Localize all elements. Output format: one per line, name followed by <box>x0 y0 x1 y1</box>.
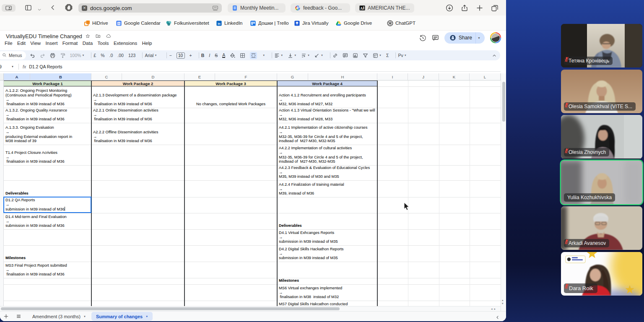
vertical-scroll-arrows[interactable]: ▴▾ <box>502 299 504 305</box>
insert-chart-button[interactable] <box>353 53 358 58</box>
cell[interactable]: A2.2.1 Online Dissemination activities→ … <box>92 108 184 123</box>
column-header-H[interactable]: H <box>308 73 377 80</box>
column-header-B[interactable]: B <box>30 73 91 80</box>
bookmark-jira[interactable]: Jira Virtually <box>294 16 328 31</box>
menu-tools[interactable]: Tools <box>98 41 109 47</box>
column-header-L[interactable]: L <box>470 73 501 80</box>
vertical-scrollbar-thumb[interactable] <box>502 82 505 122</box>
bold-button[interactable]: B <box>201 53 205 58</box>
cell[interactable]: D1.2 QA Reports→submission in M39 instea… <box>4 197 91 213</box>
menu-file[interactable]: File <box>5 41 13 47</box>
bookmark-chatgpt[interactable]: ChatGPT <box>387 16 415 31</box>
increase-font-button[interactable]: + <box>190 53 192 58</box>
bookmark-folk[interactable]: Folkuniversitetet <box>166 16 209 31</box>
font-size-input[interactable]: 10 <box>177 52 185 59</box>
decrease-font-button[interactable]: − <box>169 53 171 58</box>
percent-button[interactable]: % <box>101 53 104 58</box>
participant-tile-5[interactable]: Arkadi Avanesov <box>561 206 642 250</box>
cell[interactable]: A.1.2.2: Ongoing Project Monitoring(Cont… <box>4 87 91 108</box>
cell[interactable]: D1.4 Mid-term and Final Evaluation→submi… <box>4 213 91 229</box>
column-header-F[interactable]: F <box>215 73 277 80</box>
participant-tile-2[interactable]: Olesia Samokhval (VITE S... <box>561 70 642 113</box>
doc-title[interactable]: VirtuallyEDU Timeline Changed <box>6 33 82 39</box>
address-bar[interactable]: ✕docs.google.com <box>78 3 222 13</box>
bookmark-drive[interactable]: Google Drive <box>335 16 372 31</box>
strikethrough-button[interactable]: S <box>215 53 218 58</box>
functions-button[interactable]: Σ <box>386 53 389 58</box>
cell[interactable]: Milestones <box>278 278 377 284</box>
back-button[interactable] <box>50 5 56 12</box>
cell[interactable]: A.1.3.2. Ongoing Quality Assurance→ fina… <box>4 108 91 123</box>
paint-format-button[interactable] <box>60 53 65 58</box>
column-header-D[interactable]: D <box>122 73 184 80</box>
name-box[interactable]: A29▼ <box>0 62 18 71</box>
vertical-scrollbar[interactable]: ▴▾ <box>501 73 506 311</box>
text-rotate-button[interactable]: ▼ <box>314 53 323 58</box>
insert-link-button[interactable] <box>332 53 338 58</box>
cell[interactable]: Deliverables <box>278 213 377 229</box>
cell[interactable]: T1.4 Project Closure Acrivities→ finalis… <box>4 145 91 165</box>
cell[interactable]: A4.2.2 Implementation of cultural activi… <box>278 145 377 165</box>
new-tab-button[interactable] <box>476 4 483 12</box>
zoom-select[interactable]: 100%▼ <box>70 53 85 58</box>
cell[interactable]: MS6 Virtual exchanges implemented→ final… <box>278 285 377 301</box>
text-color-button[interactable]: A <box>222 53 225 58</box>
sheet-tab-summary-active[interactable]: Summary of changes▼ <box>91 312 153 321</box>
column-header-G[interactable]: G <box>277 73 308 80</box>
cell[interactable]: Action 4.1.2 Recruitment and enrolling p… <box>278 87 377 108</box>
participant-tile-1[interactable]: Тетяна Кронівець <box>561 24 642 68</box>
cell[interactable]: A4.2.4 Finalization of training material… <box>278 181 377 197</box>
formula-bar-value[interactable]: D1.2 QA Reports <box>29 64 62 69</box>
filter-views-button[interactable]: ▼ <box>373 53 382 58</box>
work-package-header-3[interactable]: Work Package 3 <box>184 80 277 86</box>
browser-tab-3[interactable]: AAMERICAN THE... <box>355 3 414 13</box>
horizontal-scrollbar[interactable]: ◂▸ <box>0 306 501 311</box>
work-package-header-4[interactable]: Work Package 4 <box>277 80 377 86</box>
cell[interactable]: MS3 Final Project Report submitted→ fina… <box>4 262 91 278</box>
merge-cells-button[interactable] <box>250 52 257 59</box>
show-side-panel-button[interactable] <box>495 314 500 321</box>
work-package-header-1[interactable]: Work Package 1 <box>4 80 91 86</box>
browser-tab-2[interactable]: feedback - Goo... <box>291 3 350 13</box>
cell[interactable]: D4.2 Digital Skills Hackathon Reports→su… <box>278 246 377 262</box>
print-button[interactable] <box>50 53 55 58</box>
sheet-tab-amendment[interactable]: Amendment (3 months)▼ <box>32 314 86 319</box>
add-sheet-button[interactable] <box>3 314 9 319</box>
cell[interactable]: Action 4.1.3 Virtual Orientation Session… <box>278 108 377 123</box>
cell[interactable]: Deliverables <box>4 181 91 197</box>
work-package-header-2[interactable]: Work Package 2 <box>91 80 184 86</box>
participant-tile-3[interactable]: Olesia Zhovnych <box>561 115 642 158</box>
move-folder-icon[interactable] <box>96 34 101 39</box>
menu-format[interactable]: Format <box>62 41 78 47</box>
share-button[interactable]: Share▼ <box>444 32 485 44</box>
share-page-button[interactable] <box>461 4 468 12</box>
column-header-A[interactable]: A <box>4 73 30 80</box>
menu-data[interactable]: Data <box>83 41 93 47</box>
fill-color-button[interactable] <box>230 53 235 58</box>
version-history-button[interactable] <box>419 34 426 42</box>
cell[interactable]: No changes, completed Work Packages <box>185 87 277 108</box>
redo-button[interactable] <box>40 53 45 58</box>
toolbar-search-menus[interactable]: Menus <box>0 51 26 60</box>
currency-button[interactable]: £ <box>93 53 96 58</box>
cell[interactable]: MS7 Digital Skills Hakcathon conducted <box>278 301 377 306</box>
horizontal-align-button[interactable]: ▼ <box>274 53 283 58</box>
comments-button[interactable] <box>432 34 439 42</box>
column-header-E[interactable]: E <box>184 73 215 80</box>
column-header-J[interactable]: J <box>408 73 439 80</box>
select-all-corner[interactable] <box>0 73 4 80</box>
horizontal-scrollbar-thumb[interactable] <box>1 307 340 310</box>
vertical-align-button[interactable]: ▼ <box>288 53 296 58</box>
tab-overview-button[interactable] <box>491 4 499 12</box>
menu-help[interactable]: Help <box>142 41 152 47</box>
participant-tile-6[interactable]: Dara Roik <box>561 252 642 296</box>
collapse-toolbar-icon[interactable] <box>492 52 497 60</box>
menu-view[interactable]: View <box>30 41 41 47</box>
star-icon[interactable] <box>86 34 91 39</box>
all-sheets-button[interactable] <box>16 314 21 319</box>
menu-extensions[interactable]: Extensions <box>114 41 137 47</box>
menu-insert[interactable]: Insert <box>46 41 58 47</box>
content-blocker-hand-icon[interactable] <box>65 3 73 13</box>
cell[interactable]: A4.2.1 Implementation of active citizens… <box>278 123 377 145</box>
menu-edit[interactable]: Edit <box>17 41 26 47</box>
